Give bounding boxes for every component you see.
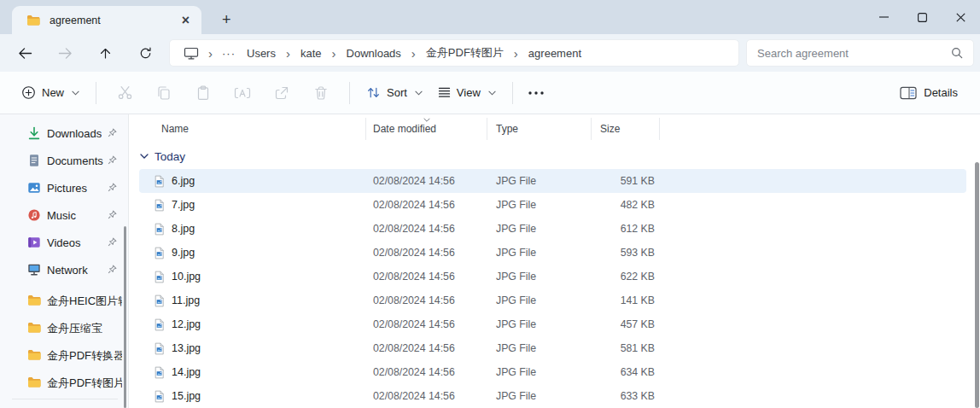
- column-headers: Name Date modified Type Size: [139, 118, 980, 140]
- refresh-button[interactable]: [125, 38, 166, 68]
- breadcrumb-chevron-icon[interactable]: ›: [510, 47, 522, 60]
- jpg-file-icon: [153, 199, 166, 212]
- sidebar-item-documents[interactable]: Documents: [0, 147, 128, 174]
- main-area: Downloads Documents Pictures: [0, 114, 980, 408]
- file-row[interactable]: 14.jpg 02/08/2024 14:56 JPG File 634 KB: [139, 360, 966, 384]
- sidebar-item-pictures[interactable]: Pictures: [0, 174, 128, 201]
- breadcrumb-item[interactable]: agreement: [522, 45, 587, 61]
- this-pc-icon[interactable]: [178, 47, 204, 60]
- sort-button[interactable]: Sort: [359, 80, 430, 105]
- sidebar-item-label: 金舟PDF转图片: [47, 376, 122, 391]
- paste-button[interactable]: [184, 78, 223, 108]
- documents-icon: [27, 154, 41, 167]
- column-header-name[interactable]: Name: [139, 118, 366, 140]
- file-name-cell: 6.jpg: [139, 175, 366, 188]
- sidebar-item-folder[interactable]: 金舟HEIC图片转: [0, 288, 128, 315]
- column-header-date-modified[interactable]: Date modified: [366, 118, 487, 140]
- breadcrumb-item[interactable]: Downloads: [341, 45, 407, 61]
- cut-button[interactable]: [105, 78, 144, 108]
- file-row[interactable]: 10.jpg 02/08/2024 14:56 JPG File 622 KB: [139, 265, 966, 289]
- details-button[interactable]: Details: [891, 80, 966, 106]
- file-row[interactable]: 13.jpg 02/08/2024 14:56 JPG File 581 KB: [139, 336, 966, 360]
- sidebar-item-videos[interactable]: Videos: [0, 229, 128, 256]
- column-header-type[interactable]: Type: [487, 118, 592, 140]
- group-collapse-chevron-icon[interactable]: [140, 154, 149, 159]
- new-tab-button[interactable]: +: [222, 12, 231, 27]
- music-icon: [27, 208, 41, 222]
- group-header-today[interactable]: Today: [129, 143, 980, 169]
- file-type: JPG File: [487, 199, 592, 211]
- close-button[interactable]: [942, 0, 980, 34]
- breadcrumb-overflow-icon[interactable]: ···: [217, 47, 241, 60]
- delete-button[interactable]: [301, 78, 341, 108]
- sidebar-item-downloads[interactable]: Downloads: [0, 119, 128, 147]
- sidebar-scrollbar[interactable]: [124, 226, 126, 408]
- sidebar-item-music[interactable]: Music: [0, 201, 128, 229]
- file-name-cell: 10.jpg: [139, 271, 366, 283]
- breadcrumb-item[interactable]: 金舟PDF转图片: [420, 44, 510, 62]
- search-input[interactable]: [757, 47, 951, 60]
- sort-arrows-icon: [366, 86, 381, 99]
- explorer-tab[interactable]: agreement ×: [12, 6, 201, 34]
- toolbar-divider: [96, 82, 96, 104]
- jpg-file-icon: [153, 247, 166, 259]
- file-row[interactable]: 8.jpg 02/08/2024 14:56 JPG File 612 KB: [139, 217, 966, 241]
- file-list-scrollbar[interactable]: [975, 162, 979, 408]
- breadcrumb-item[interactable]: Users: [241, 45, 282, 61]
- file-rows: 6.jpg 02/08/2024 14:56 JPG File 591 KB 7…: [129, 169, 980, 408]
- column-sort-indicator-icon: [423, 118, 430, 122]
- tab-close-icon[interactable]: ×: [177, 13, 195, 28]
- file-row[interactable]: 9.jpg 02/08/2024 14:56 JPG File 593 KB: [139, 241, 966, 265]
- file-row[interactable]: 12.jpg 02/08/2024 14:56 JPG File 457 KB: [139, 312, 966, 336]
- plus-circle-icon: [21, 85, 36, 100]
- file-date-modified: 02/08/2024 14:56: [366, 294, 487, 306]
- sort-button-label: Sort: [387, 86, 407, 99]
- maximize-button[interactable]: [903, 0, 942, 34]
- share-button[interactable]: [262, 78, 301, 108]
- file-size: 593 KB: [592, 247, 660, 259]
- minimize-button[interactable]: [865, 0, 903, 34]
- search-box[interactable]: [746, 39, 974, 67]
- view-button[interactable]: View: [430, 80, 504, 105]
- sidebar-item-network[interactable]: Network: [0, 256, 128, 283]
- file-list-pane: Name Date modified Type Size Today: [129, 114, 980, 408]
- file-date-modified: 02/08/2024 14:56: [366, 223, 487, 235]
- copy-button[interactable]: [144, 78, 184, 108]
- folder-icon: [27, 294, 41, 308]
- breadcrumb-item[interactable]: kate: [295, 45, 328, 61]
- breadcrumb-chevron-icon[interactable]: ›: [204, 47, 217, 60]
- sidebar-folders: 金舟HEIC图片转 金舟压缩宝 金舟PDF转换器: [0, 288, 128, 397]
- file-type: JPG File: [487, 271, 592, 283]
- breadcrumb-chevron-icon[interactable]: ›: [407, 47, 420, 60]
- more-options-button[interactable]: [522, 78, 551, 108]
- back-button[interactable]: [5, 38, 45, 68]
- forward-button[interactable]: [45, 38, 85, 68]
- sidebar-item-label: 金舟PDF转换器: [47, 348, 122, 364]
- file-size: 141 KB: [592, 294, 660, 306]
- sidebar-item-label: 金舟压缩宝: [47, 321, 102, 336]
- pin-icon: [108, 128, 117, 137]
- up-button[interactable]: [85, 38, 125, 68]
- file-date-modified: 02/08/2024 14:56: [366, 247, 487, 259]
- folder-icon: [26, 15, 40, 26]
- sidebar-item-label: Documents: [47, 154, 103, 167]
- file-name: 8.jpg: [172, 223, 195, 235]
- sidebar-item-folder[interactable]: 金舟压缩宝: [0, 315, 128, 342]
- jpg-file-icon: [153, 390, 166, 403]
- file-row[interactable]: 15.jpg 02/08/2024 14:56 JPG File 633 KB: [139, 384, 966, 408]
- sidebar-item-folder[interactable]: 金舟PDF转图片: [0, 370, 128, 397]
- search-icon[interactable]: [951, 47, 963, 59]
- new-button[interactable]: New: [14, 79, 87, 106]
- file-date-modified: 02/08/2024 14:56: [366, 366, 487, 378]
- sidebar-item-folder[interactable]: 金舟PDF转换器: [0, 342, 128, 370]
- address-bar[interactable]: › ··· Users›kate›Downloads›金舟PDF转图片›agre…: [169, 39, 739, 67]
- column-header-size[interactable]: Size: [592, 118, 660, 140]
- file-type: JPG File: [487, 366, 592, 378]
- breadcrumb-chevron-icon[interactable]: ›: [282, 47, 295, 60]
- file-row[interactable]: 11.jpg 02/08/2024 14:56 JPG File 141 KB: [139, 289, 966, 312]
- file-row[interactable]: 6.jpg 02/08/2024 14:56 JPG File 591 KB: [139, 169, 966, 193]
- rename-button[interactable]: [223, 78, 262, 108]
- breadcrumb-chevron-icon[interactable]: ›: [328, 47, 341, 60]
- file-row[interactable]: 7.jpg 02/08/2024 14:56 JPG File 482 KB: [139, 193, 966, 217]
- pin-icon: [108, 183, 117, 192]
